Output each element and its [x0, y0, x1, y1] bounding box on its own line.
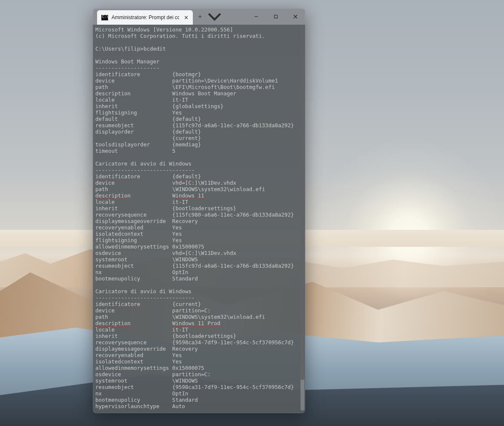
- tab-dropdown-button[interactable]: [207, 9, 222, 25]
- cmd-icon: [101, 15, 108, 20]
- scrollbar-thumb[interactable]: [301, 26, 304, 380]
- terminal-window: Amministratore: Prompt dei co ✕ ＋ Micros…: [93, 9, 305, 413]
- scrollbar[interactable]: [301, 26, 304, 411]
- new-tab-button[interactable]: ＋: [193, 9, 207, 25]
- tab-active[interactable]: Amministratore: Prompt dei co ✕: [97, 10, 193, 25]
- minimize-button[interactable]: [246, 9, 266, 25]
- svg-rect-1: [275, 15, 278, 18]
- terminal-output[interactable]: Microsoft Windows [Versione 10.0.22000.5…: [93, 25, 305, 413]
- titlebar[interactable]: Amministratore: Prompt dei co ✕ ＋: [93, 9, 305, 25]
- close-button[interactable]: [286, 9, 305, 25]
- maximize-button[interactable]: [266, 9, 286, 25]
- tab-close-button[interactable]: ✕: [183, 14, 189, 21]
- tab-title: Amministratore: Prompt dei co: [112, 14, 179, 20]
